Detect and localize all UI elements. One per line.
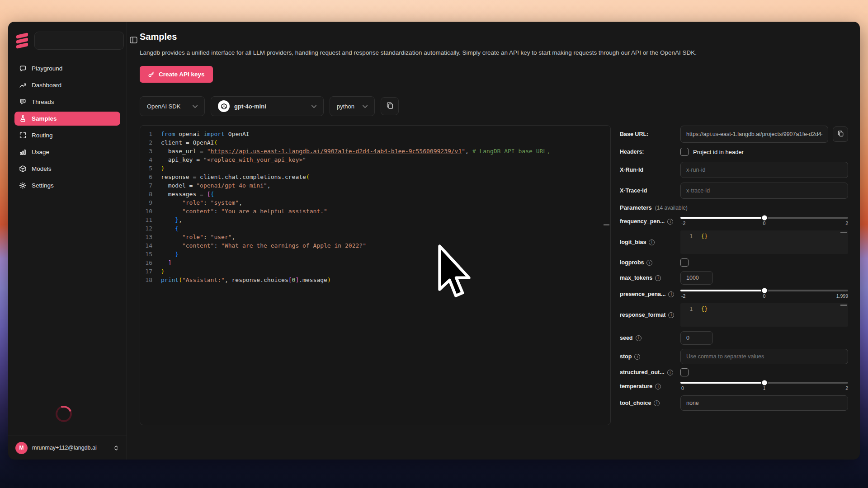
line-number: 6 xyxy=(140,173,161,181)
code-line: 14 "content": "What are the earnings of … xyxy=(140,241,610,250)
param-row-response_format: response_formati 1{} xyxy=(620,303,848,327)
scrollbar-thumb[interactable] xyxy=(604,224,609,225)
scrollbar-thumb[interactable] xyxy=(840,232,847,233)
code-line: 11 }, xyxy=(140,216,610,224)
presence_pena-slider[interactable]: -201.999 xyxy=(680,289,848,300)
sidebar-item-usage[interactable]: Usage xyxy=(14,145,120,159)
line-number: 1 xyxy=(140,130,161,138)
copy-base-url-button[interactable] xyxy=(833,127,848,142)
model-select[interactable]: gpt-4o-mini xyxy=(211,96,324,116)
code-line: 13 "role": "user", xyxy=(140,233,610,241)
code-line: 17) xyxy=(140,267,610,276)
loading-spinner xyxy=(53,403,75,425)
sidebar-item-models[interactable]: Models xyxy=(14,162,120,176)
param-label: logit_biasi xyxy=(620,239,680,245)
info-icon: i xyxy=(668,312,674,318)
line-number: 14 xyxy=(140,241,161,250)
code-line: 4 api_key = "<replace_with_your_api_key>… xyxy=(140,155,610,164)
line-number: 7 xyxy=(140,181,161,190)
info-icon: i xyxy=(646,260,652,266)
sidebar-header xyxy=(8,22,127,61)
chevron-down-icon xyxy=(311,103,316,110)
sidebar-item-threads[interactable]: Threads xyxy=(14,95,120,109)
sidebar-item-label: Usage xyxy=(32,149,49,155)
headers-label: Headers: xyxy=(620,149,680,155)
project-id-checkbox[interactable] xyxy=(680,148,689,156)
response_format-json-editor[interactable]: 1{} xyxy=(680,303,848,327)
info-icon: i xyxy=(649,239,655,245)
sidebar-item-label: Samples xyxy=(32,115,57,122)
info-icon: i xyxy=(668,291,674,297)
code-line: 9 "role": "system", xyxy=(140,198,610,207)
base-url-input[interactable] xyxy=(680,126,828,143)
x-trace-id-input[interactable] xyxy=(680,183,848,199)
param-label: tool_choicei xyxy=(620,400,680,406)
logprobs-checkbox[interactable] xyxy=(680,258,689,267)
line-number: 9 xyxy=(140,198,161,207)
param-row-tool_choice: tool_choicei xyxy=(620,395,848,411)
param-row-temperature: temperaturei 012 xyxy=(620,381,848,392)
sidebar-search-input[interactable] xyxy=(34,32,124,50)
param-row-logit_bias: logit_biasi 1{} xyxy=(620,230,848,254)
toolbar: OpenAI SDK gpt-4o-mini python xyxy=(140,96,848,116)
frequency_pen-slider[interactable]: -202 xyxy=(680,216,848,227)
sidebar-item-dashboard[interactable]: Dashboard xyxy=(14,78,120,92)
scrollbar-thumb[interactable] xyxy=(840,305,847,306)
param-row-stop: stopi xyxy=(620,349,848,364)
sidebar-item-label: Playground xyxy=(32,65,62,72)
code-line: 2client = OpenAI( xyxy=(140,138,610,147)
param-row-presence_pena: presence_pena...i -201.999 xyxy=(620,289,848,300)
code-line: 8 messages = [{ xyxy=(140,190,610,198)
create-api-keys-button[interactable]: Create API keys xyxy=(140,66,213,83)
parameters-count: (14 available) xyxy=(655,205,688,211)
sdk-select[interactable]: OpenAI SDK xyxy=(140,96,205,116)
code-line: 16 ] xyxy=(140,258,610,267)
info-icon: i xyxy=(654,400,660,406)
line-number: 8 xyxy=(140,190,161,198)
param-row-max_tokens: max_tokensi xyxy=(620,271,848,285)
trend-icon xyxy=(19,81,27,89)
code-line: 15 } xyxy=(140,250,610,258)
usage-icon xyxy=(19,148,27,156)
code-line: 6response = client.chat.completions.crea… xyxy=(140,173,610,181)
models-icon xyxy=(19,165,27,173)
app-window: PlaygroundDashboardThreadsSamplesRouting… xyxy=(8,22,860,460)
sidebar-item-settings[interactable]: Settings xyxy=(14,178,120,192)
x-trace-id-label: X-Trace-Id xyxy=(620,188,680,194)
param-label: structured_out...i xyxy=(620,369,680,375)
sidebar-item-label: Threads xyxy=(32,99,54,105)
logit_bias-json-editor[interactable]: 1{} xyxy=(680,230,848,254)
structured_out-checkbox[interactable] xyxy=(680,368,689,376)
line-number: 16 xyxy=(140,258,161,267)
code-line: 12 { xyxy=(140,224,610,233)
routing-icon xyxy=(19,131,27,139)
flask-icon xyxy=(19,115,27,122)
sidebar-item-label: Settings xyxy=(32,182,54,189)
max_tokens-input[interactable] xyxy=(680,271,713,285)
language-select[interactable]: python xyxy=(330,96,375,116)
content-row: 1from openai import OpenAI2client = Open… xyxy=(140,125,848,460)
chevron-down-icon xyxy=(363,103,368,110)
copy-code-button[interactable] xyxy=(381,97,399,115)
chat-icon xyxy=(19,65,27,72)
sidebar-item-samples[interactable]: Samples xyxy=(14,112,120,126)
info-icon: i xyxy=(655,275,661,281)
sidebar-nav: PlaygroundDashboardThreadsSamplesRouting… xyxy=(8,61,127,192)
project-id-checkbox-label: Project id in header xyxy=(693,149,744,155)
tool_choice-input[interactable] xyxy=(680,395,848,411)
info-icon: i xyxy=(667,370,673,375)
chevron-down-icon xyxy=(193,103,198,110)
param-label: presence_pena...i xyxy=(620,291,680,297)
seed-input[interactable] xyxy=(680,331,713,345)
page-title: Samples xyxy=(140,32,848,42)
temperature-slider[interactable]: 012 xyxy=(680,381,848,392)
code-line: 1from openai import OpenAI xyxy=(140,130,610,138)
user-menu[interactable]: M mrunmay+112@langdb.ai xyxy=(8,436,127,460)
param-label: frequency_pen...i xyxy=(620,218,680,225)
param-label: max_tokensi xyxy=(620,275,680,281)
x-run-id-input[interactable] xyxy=(680,162,848,178)
stop-input[interactable] xyxy=(680,349,848,364)
sidebar-item-routing[interactable]: Routing xyxy=(14,128,120,142)
code-editor[interactable]: 1from openai import OpenAI2client = Open… xyxy=(140,125,611,425)
sidebar-item-playground[interactable]: Playground xyxy=(14,61,120,75)
